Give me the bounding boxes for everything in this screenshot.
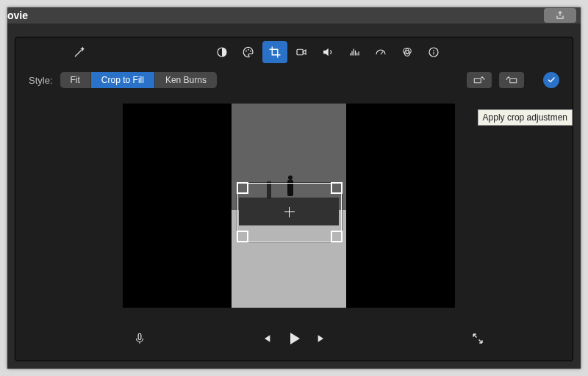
crop-handle-tl[interactable] (237, 182, 248, 194)
next-button[interactable] (316, 333, 328, 344)
magic-wand-icon (73, 46, 86, 59)
style-label: Style: (29, 75, 53, 86)
stabilize-button[interactable] (289, 41, 314, 63)
crop-style-row: Style: Fit Crop to Fill Ken Burns (15, 67, 573, 93)
svg-point-1 (245, 51, 247, 52)
equalizer-icon (348, 46, 361, 59)
crop-icon (268, 46, 282, 59)
style-option-crop-to-fill[interactable]: Crop to Fill (91, 72, 155, 88)
svg-point-9 (433, 50, 434, 51)
rotate-cw-button[interactable] (499, 72, 524, 88)
fullscreen-button[interactable] (471, 332, 484, 345)
previous-button[interactable] (260, 333, 272, 344)
style-option-fit[interactable]: Fit (60, 72, 91, 88)
svg-rect-10 (433, 52, 434, 55)
style-segmented-control: Fit Crop to Fill Ken Burns (60, 72, 217, 88)
apply-crop-tooltip: Apply crop adjustmen (478, 109, 573, 126)
info-button[interactable] (421, 41, 446, 63)
color-palette-button[interactable] (236, 41, 261, 63)
crop-handle-bl[interactable] (237, 231, 248, 242)
crop-right-controls (467, 72, 573, 88)
expand-icon (471, 332, 484, 345)
crop-button[interactable] (262, 41, 287, 63)
contrast-button[interactable] (209, 41, 234, 63)
style-option-ken-burns[interactable]: Ken Burns (155, 72, 217, 88)
app-window: ovie (7, 7, 581, 369)
play-button[interactable] (285, 330, 303, 347)
rotate-ccw-button[interactable] (467, 72, 492, 88)
magic-wand-button[interactable] (67, 41, 92, 63)
skip-back-icon (260, 333, 272, 344)
share-icon (555, 10, 565, 21)
voiceover-button[interactable] (133, 331, 146, 346)
speedometer-icon (374, 46, 387, 59)
speed-button[interactable] (368, 41, 393, 63)
camera-icon (295, 46, 308, 59)
crop-rectangle[interactable] (237, 183, 342, 242)
share-button[interactable] (544, 8, 576, 23)
adjustments-toolbar (15, 37, 573, 67)
svg-rect-11 (474, 79, 481, 83)
transport-bar (15, 324, 573, 353)
color-balance-button[interactable] (395, 41, 420, 63)
preview-viewer (123, 104, 455, 308)
svg-rect-13 (138, 333, 141, 339)
equalizer-button[interactable] (342, 41, 367, 63)
checkmark-icon (547, 76, 556, 84)
rotate-cw-icon (505, 75, 518, 85)
crop-handle-br[interactable] (331, 231, 343, 242)
crop-handle-tr[interactable] (331, 182, 343, 194)
apply-crop-button[interactable] (543, 72, 559, 88)
skip-forward-icon (316, 333, 328, 344)
window-title: ovie (7, 10, 28, 21)
volume-icon (321, 46, 334, 59)
titlebar: ovie (7, 7, 581, 24)
rotate-ccw-icon (473, 75, 486, 85)
crop-center-crosshair (284, 207, 295, 217)
volume-button[interactable] (315, 41, 340, 63)
svg-rect-12 (510, 79, 517, 83)
svg-rect-4 (297, 49, 303, 55)
microphone-icon (133, 331, 146, 346)
play-icon (285, 330, 303, 347)
svg-point-2 (248, 49, 249, 51)
svg-point-3 (250, 51, 251, 52)
contrast-icon (215, 46, 229, 59)
overlap-circles-icon (401, 46, 414, 59)
editor-panel: Style: Fit Crop to Fill Ken Burns (15, 37, 573, 361)
info-icon (427, 46, 440, 59)
palette-icon (242, 46, 255, 59)
